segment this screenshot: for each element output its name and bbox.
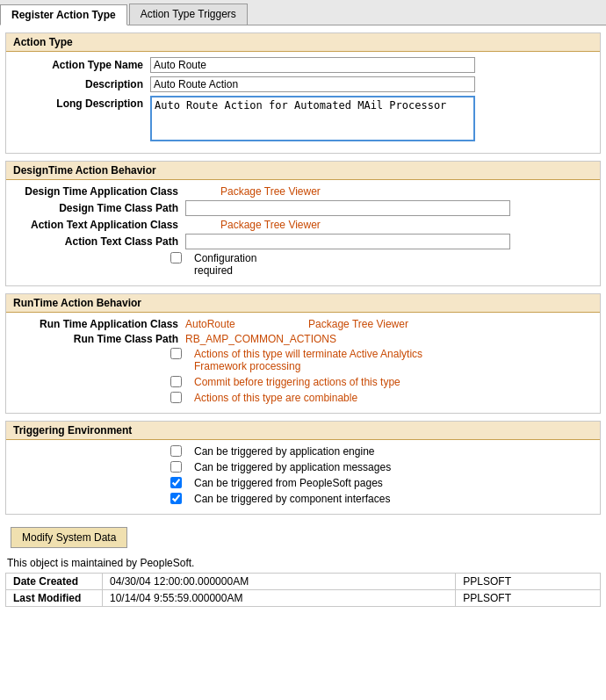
- rt-checkbox-0[interactable]: [170, 348, 182, 359]
- rt-checkbox-text-2: Actions of this type are combinable: [189, 392, 452, 404]
- meta-created-value: 04/30/04 12:00:00.000000AM: [103, 574, 456, 590]
- rt-checkbox-row-0: Actions of this type will terminate Acti…: [10, 348, 596, 372]
- meta-created-label: Date Created: [6, 574, 103, 590]
- action-text-class-link[interactable]: Package Tree Viewer: [220, 219, 321, 231]
- action-text-path-row: Action Text Class Path: [10, 234, 596, 249]
- rt-class-path-label: Run Time Class Path: [10, 333, 185, 345]
- rt-checkbox-offset-2: [13, 392, 189, 403]
- trig-checkbox-row-3: Can be triggered by component interfaces: [10, 493, 596, 505]
- rt-app-class-link[interactable]: Package Tree Viewer: [308, 318, 408, 330]
- meta-modified-value: 10/14/04 9:55:59.000000AM: [103, 590, 456, 607]
- trig-checkbox-text-2: Can be triggered from PeopleSoft pages: [189, 477, 452, 489]
- trig-checkbox-offset-0: [13, 445, 189, 457]
- rt-checkbox-1[interactable]: [170, 376, 182, 387]
- dt-class-path-input[interactable]: [185, 200, 510, 216]
- tab-bar: Register Action Type Action Type Trigger…: [0, 0, 606, 25]
- action-text-class-value: Package Tree Viewer: [185, 219, 596, 231]
- trig-checkbox-1[interactable]: [170, 461, 182, 473]
- meta-modified-label: Last Modified: [6, 590, 103, 607]
- rt-checkbox-offset-0: [13, 348, 189, 359]
- dt-app-class-label: Design Time Application Class: [10, 185, 185, 198]
- rt-class-path-text: RB_AMP_COMMON_ACTIONS: [185, 333, 336, 345]
- description-value: [150, 76, 596, 92]
- modify-system-data-button[interactable]: Modify System Data: [11, 527, 127, 548]
- triggering-env-body: Can be triggered by application engine C…: [6, 440, 600, 514]
- trig-checkbox-offset-2: [13, 477, 189, 488]
- description-label: Description: [10, 76, 150, 90]
- trig-checkbox-offset-1: [13, 461, 189, 473]
- dt-class-path-label: Design Time Class Path: [10, 202, 185, 214]
- dt-app-class-value: Package Tree Viewer: [185, 185, 596, 198]
- trig-checkbox-text-0: Can be triggered by application engine: [189, 445, 452, 458]
- action-text-class-label: Action Text Application Class: [10, 219, 185, 231]
- action-type-body: Action Type Name Description Long Descri…: [6, 52, 600, 153]
- action-type-name-input[interactable]: [150, 57, 475, 73]
- action-type-name-row: Action Type Name: [10, 57, 596, 73]
- meta-modified-user: PPLSOFT: [456, 590, 601, 607]
- rt-checkbox-text-0: Actions of this type will terminate Acti…: [189, 348, 452, 372]
- rt-checkbox-text-1: Commit before triggering actions of this…: [189, 376, 452, 388]
- rt-checkbox-2[interactable]: [170, 392, 182, 403]
- description-input[interactable]: [150, 76, 475, 92]
- tab-triggers[interactable]: Action Type Triggers: [129, 4, 248, 25]
- tab-register[interactable]: Register Action Type: [0, 4, 127, 25]
- long-description-row: Long Description: [10, 96, 596, 144]
- trig-checkbox-row-0: Can be triggered by application engine: [10, 445, 596, 458]
- rt-class-path-value: RB_AMP_COMMON_ACTIONS: [185, 333, 596, 345]
- trig-checkbox-row-2: Can be triggered from PeopleSoft pages: [10, 477, 596, 489]
- action-type-name-value: [150, 57, 596, 73]
- action-type-section: Action Type Action Type Name Description…: [5, 32, 601, 154]
- long-description-value: [150, 96, 596, 144]
- runtime-section: RunTime Action Behavior Run Time Applica…: [5, 293, 601, 414]
- meta-section: This object is maintained by PeopleSoft.…: [5, 557, 601, 607]
- rt-checkbox-offset-1: [13, 376, 189, 387]
- modify-button-container: Modify System Data: [5, 522, 601, 553]
- trig-checkbox-text-3: Can be triggered by component interfaces: [189, 493, 452, 505]
- rt-app-class-label: Run Time Application Class: [10, 318, 185, 330]
- trig-checkbox-text-1: Can be triggered by application messages: [189, 461, 452, 473]
- designtime-header: DesignTime Action Behavior: [6, 162, 600, 180]
- meta-row-created: Date Created 04/30/04 12:00:00.000000AM …: [6, 574, 601, 590]
- config-required-offset: [13, 252, 189, 263]
- triggering-env-section: Triggering Environment Can be triggered …: [5, 421, 601, 515]
- trig-checkbox-0[interactable]: [170, 445, 182, 457]
- meta-created-user: PPLSOFT: [456, 574, 601, 590]
- meta-table: Date Created 04/30/04 12:00:00.000000AM …: [5, 573, 601, 607]
- action-text-path-input[interactable]: [185, 234, 510, 249]
- rt-app-class-text: AutoRoute: [185, 318, 235, 330]
- runtime-header: RunTime Action Behavior: [6, 294, 600, 313]
- meta-row-modified: Last Modified 10/14/04 9:55:59.000000AM …: [6, 590, 601, 607]
- dt-class-path-value: [185, 200, 596, 216]
- trig-checkbox-offset-3: [13, 493, 189, 504]
- dt-class-path-row: Design Time Class Path: [10, 200, 596, 216]
- config-required-checkbox[interactable]: [170, 252, 182, 263]
- trig-checkbox-2[interactable]: [170, 477, 182, 488]
- designtime-body: Design Time Application Class Package Tr…: [6, 180, 600, 285]
- trig-checkbox-row-1: Can be triggered by application messages: [10, 461, 596, 473]
- action-text-path-value: [185, 234, 596, 249]
- description-row: Description: [10, 76, 596, 92]
- rt-checkbox-row-2: Actions of this type are combinable: [10, 392, 596, 404]
- action-text-class-row: Action Text Application Class Package Tr…: [10, 219, 596, 231]
- action-type-header: Action Type: [6, 33, 600, 52]
- dt-app-class-row: Design Time Application Class Package Tr…: [10, 185, 596, 198]
- action-type-name-label: Action Type Name: [10, 57, 150, 71]
- config-required-row: Configurationrequired: [10, 252, 596, 277]
- designtime-section: DesignTime Action Behavior Design Time A…: [5, 161, 601, 286]
- rt-app-class-value: AutoRoute Package Tree Viewer: [185, 318, 596, 330]
- runtime-body: Run Time Application Class AutoRoute Pac…: [6, 313, 600, 413]
- config-required-text: Configurationrequired: [189, 252, 452, 277]
- long-description-textarea[interactable]: [150, 96, 475, 141]
- meta-note: This object is maintained by PeopleSoft.: [5, 557, 601, 569]
- dt-app-class-link[interactable]: Package Tree Viewer: [220, 185, 321, 198]
- action-text-path-label: Action Text Class Path: [10, 235, 185, 248]
- rt-class-path-row: Run Time Class Path RB_AMP_COMMON_ACTION…: [10, 333, 596, 345]
- trig-checkbox-3[interactable]: [170, 493, 182, 504]
- rt-app-class-row: Run Time Application Class AutoRoute Pac…: [10, 318, 596, 330]
- triggering-env-header: Triggering Environment: [6, 422, 600, 440]
- rt-checkbox-row-1: Commit before triggering actions of this…: [10, 376, 596, 388]
- long-description-label: Long Description: [10, 96, 150, 110]
